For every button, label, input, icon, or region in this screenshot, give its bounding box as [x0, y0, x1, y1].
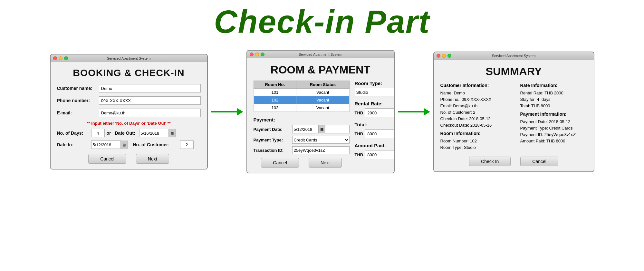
room-table-area: Room No. Room Status 101 Vacant: [254, 81, 350, 168]
window2-maximize-btn[interactable]: [261, 53, 264, 56]
payment-type-label: Payment Type:: [254, 138, 292, 142]
room-type-label: Room Type:: [355, 81, 395, 86]
transaction-id-label: Transaction ID:: [254, 148, 292, 153]
window3-content: SUMMARY Customer Information: Name: Demo…: [434, 60, 594, 171]
rental-rate-label: Rental Rate:: [355, 101, 395, 106]
email-row: E-mail:: [57, 109, 201, 117]
status-102: Vacant: [296, 96, 349, 104]
no-of-days-label: No. of Days:: [57, 131, 89, 136]
customer-name-label: Customer name:: [57, 86, 99, 91]
window1-maximize-btn[interactable]: [64, 56, 68, 60]
summary-stay-for: Stay for 4 days: [520, 97, 587, 102]
amount-paid-input[interactable]: [365, 150, 394, 159]
summary-col-left: Customer Information: Name: Demo Phone n…: [440, 83, 507, 151]
transaction-id-input[interactable]: [292, 146, 350, 154]
window3-title-text: Serviced Apartment System: [492, 54, 536, 58]
summary-checkin: Check-in Date: 2018-05-12: [440, 116, 507, 121]
arrow1: [211, 108, 243, 116]
payment-type-row: Payment Type: Credit Cards Cash: [254, 136, 350, 144]
window2-content: ROOM & PAYMENT Room No. Room Status: [247, 58, 394, 173]
phone-label: Phone number:: [57, 98, 99, 103]
window3-cancel-button[interactable]: Cancel: [520, 157, 558, 166]
thb-label1: THB: [355, 111, 363, 115]
window2-next-button[interactable]: Next: [309, 158, 342, 168]
window2-cancel-button[interactable]: Cancel: [261, 158, 299, 168]
window1-title-text: Serviced Apartment System: [107, 56, 151, 60]
summary-rental-rate: Rental Rate: THB 2000: [520, 91, 587, 95]
transaction-id-row: Transaction ID:: [254, 146, 350, 154]
no-customer-label: No. of Customer:: [133, 142, 178, 147]
arrow1-container: [208, 108, 246, 116]
room-payment-window: Serviced Apartment System ROOM & PAYMENT…: [246, 50, 395, 173]
window3-maximize-btn[interactable]: [447, 54, 451, 58]
payment-date-calendar-btn[interactable]: ▦: [318, 125, 325, 133]
payment-date-row: Payment Date: ▦: [254, 125, 350, 133]
warning-text: ** Input either 'No. of Days' or 'Date O…: [57, 121, 201, 126]
room-type-select[interactable]: Studio Deluxe: [355, 88, 395, 96]
window2-title-text: Serviced Apartment System: [299, 53, 342, 56]
summary-name: Name: Demo: [440, 91, 507, 95]
room-102: 102: [254, 96, 296, 104]
window2-minimize-btn[interactable]: [255, 53, 259, 56]
window1-heading: BOOKING & CHECK-IN: [57, 67, 201, 78]
rate-info-title: Rate Information:: [520, 83, 587, 88]
window2-heading: ROOM & PAYMENT: [254, 63, 388, 76]
email-input[interactable]: [99, 109, 201, 117]
date-out-calendar-btn[interactable]: ▦: [168, 129, 176, 137]
page-container: Check-in Part Serviced Apartment System …: [0, 0, 644, 271]
window1-cancel-button[interactable]: Cancel: [88, 154, 126, 164]
payment-info-title: Payment Information:: [520, 111, 587, 117]
phone-input[interactable]: [99, 96, 201, 105]
arrow2-line: [398, 111, 424, 112]
thb-label2: THB: [355, 131, 363, 136]
summary-payment-date: Payment Date: 2018-05-12: [520, 119, 587, 124]
date-out-input[interactable]: [139, 129, 168, 137]
total-input[interactable]: [365, 129, 394, 138]
page-title: Check-in Part: [214, 3, 430, 40]
checkin-button[interactable]: Check In: [469, 157, 511, 166]
no-customer-input[interactable]: [180, 140, 194, 149]
date-in-calendar-btn[interactable]: ▦: [120, 140, 128, 149]
summary-room-type: Room Type: Studio: [440, 145, 507, 150]
amount-paid-label: Amount Paid:: [355, 143, 395, 148]
payment-date-label: Payment Date:: [254, 127, 292, 132]
room-103: 103: [254, 104, 296, 112]
rental-rate-input[interactable]: [365, 108, 394, 117]
days-out-row: No. of Days: or Date Out: ▦: [57, 129, 201, 137]
summary-total: Total: THB 8000: [520, 103, 587, 108]
summary-no-customer: No. of Customer: 2: [440, 110, 507, 115]
table-row[interactable]: 103 Vacant: [254, 104, 349, 112]
customer-name-row: Customer name:: [57, 84, 201, 92]
payment-date-input[interactable]: [293, 125, 318, 133]
col-room-no: Room No.: [254, 81, 296, 89]
summary-cols: Customer Information: Name: Demo Phone n…: [440, 83, 587, 151]
summary-phone: Phone no.: 09X-XXX-XXXX: [440, 97, 507, 102]
window1-minimize-btn[interactable]: [59, 56, 62, 60]
amount-paid-value-row: THB: [355, 150, 395, 159]
summary-col-right: Rate Information: Rental Rate: THB 2000 …: [520, 83, 587, 151]
customer-name-input[interactable]: [99, 84, 201, 92]
arrow1-head: [237, 108, 243, 116]
window2-titlebar: Serviced Apartment System: [247, 51, 394, 58]
window1-next-button[interactable]: Next: [136, 154, 169, 164]
table-row[interactable]: 101 Vacant: [254, 89, 349, 96]
summary-email: Email: Demo@ku.th: [440, 103, 507, 108]
window3-minimize-btn[interactable]: [442, 54, 446, 58]
payment-type-select[interactable]: Credit Cards Cash: [292, 136, 350, 144]
email-label: E-mail:: [57, 110, 99, 115]
summary-room-number: Room Number: 102: [440, 139, 507, 143]
date-in-input[interactable]: [91, 141, 120, 149]
payment-title: Payment:: [254, 117, 350, 122]
room-info-title: Room Information:: [440, 131, 507, 136]
date-out-label: Date Out:: [115, 131, 135, 136]
no-of-days-input[interactable]: [91, 129, 105, 137]
windows-row: Serviced Apartment System BOOKING & CHEC…: [0, 50, 644, 173]
table-row[interactable]: 102 Vacant: [254, 96, 349, 104]
summary-window: Serviced Apartment System SUMMARY Custom…: [433, 52, 594, 172]
window3-btn-row: Check In Cancel: [440, 157, 587, 166]
window2-close-btn[interactable]: [250, 53, 254, 56]
status-101: Vacant: [296, 89, 349, 96]
room-table: Room No. Room Status 101 Vacant: [254, 81, 350, 112]
window1-close-btn[interactable]: [53, 56, 57, 60]
window3-close-btn[interactable]: [437, 54, 440, 58]
